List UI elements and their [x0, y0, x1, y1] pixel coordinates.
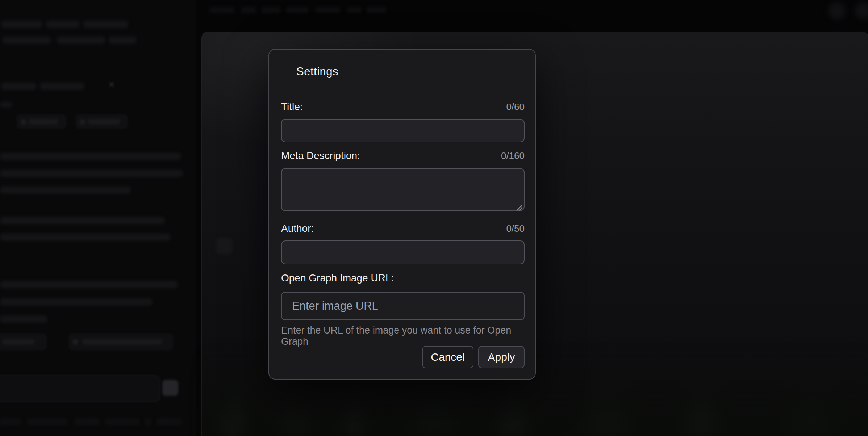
dialog-title: Settings [296, 65, 338, 78]
blurred-text-line [0, 170, 183, 177]
chip-label-blob [82, 339, 162, 345]
blurred-text-line [46, 21, 80, 28]
blurred-action-chip[interactable] [0, 334, 46, 350]
blurred-text-line [0, 217, 165, 224]
blurred-action-chip[interactable] [69, 334, 173, 350]
chip-label-blob [88, 119, 120, 125]
og-image-url-label: Open Graph Image URL: [281, 272, 394, 284]
blurred-text-line [0, 418, 21, 425]
author-input[interactable] [281, 240, 525, 264]
blurred-text-line [57, 37, 105, 44]
author-char-counter: 0/50 [506, 223, 525, 234]
blurred-text-line [27, 418, 67, 425]
meta-description-label: Meta Description: [281, 150, 360, 162]
og-image-helper-text: Enter the URL of the image you want to u… [281, 325, 525, 347]
blurred-text-line [1, 21, 42, 28]
blurred-text-line [74, 418, 100, 425]
meta-description-textarea[interactable] [281, 168, 525, 211]
app-screen: ✕ Settings Title: 0/60 [0, 0, 868, 436]
chip-label-blob [29, 119, 58, 125]
title-input[interactable] [281, 119, 525, 142]
cancel-button[interactable]: Cancel [422, 346, 473, 368]
blurred-text-line [145, 418, 151, 425]
chat-message-input[interactable] [0, 375, 160, 402]
send-button[interactable] [162, 380, 178, 396]
grid-icon [73, 339, 78, 344]
blurred-text-line [3, 37, 51, 44]
blurred-topbar-item [367, 7, 387, 13]
settings-dialog: Settings Title: 0/60 Meta Description: 0… [268, 49, 536, 380]
chip-icon [21, 120, 26, 125]
blurred-action-chip[interactable] [17, 115, 66, 129]
avatar [828, 2, 846, 20]
blurred-topbar-item [209, 7, 234, 13]
chip-icon [80, 120, 85, 125]
chip-label-blob [3, 339, 34, 345]
blurred-text-line [0, 315, 47, 323]
meta-description-label-row: Meta Description: 0/160 [281, 150, 525, 162]
title-label-row: Title: 0/60 [281, 101, 525, 113]
author-label-row: Author: 0/50 [281, 223, 525, 234]
apply-button[interactable]: Apply [478, 346, 525, 368]
blurred-text-line [105, 418, 139, 425]
blurred-text-line [0, 186, 130, 194]
blurred-text-line [40, 83, 84, 90]
blurred-text-line [83, 21, 128, 28]
meta-description-char-counter: 0/160 [501, 150, 525, 162]
blurred-topbar-item [262, 7, 280, 13]
title-char-counter: 0/60 [506, 101, 525, 113]
blurred-topbar-item [315, 7, 341, 13]
blurred-text-line [1, 83, 36, 90]
blurred-text-line [0, 234, 170, 241]
og-image-url-input[interactable] [281, 292, 525, 320]
author-label: Author: [281, 223, 314, 234]
blurred-text-line [0, 153, 181, 160]
og-image-label-row: Open Graph Image URL: [281, 272, 525, 284]
chat-sidebar: ✕ [0, 0, 196, 436]
blurred-topbar-item [286, 7, 309, 13]
divider [281, 88, 525, 88]
blurred-topbar-item [241, 7, 256, 13]
close-icon[interactable]: ✕ [108, 80, 115, 90]
blurred-text-line [157, 418, 182, 425]
blurred-text-line [0, 102, 12, 108]
blurred-text-line [0, 298, 152, 306]
blurred-text-line [109, 37, 137, 44]
blurred-action-chip[interactable] [76, 115, 128, 129]
blurred-text-line [0, 281, 178, 288]
title-label: Title: [281, 101, 303, 113]
avatar [855, 2, 868, 20]
blurred-topbar-item [347, 7, 362, 13]
blurred-panel-widget [216, 238, 233, 255]
